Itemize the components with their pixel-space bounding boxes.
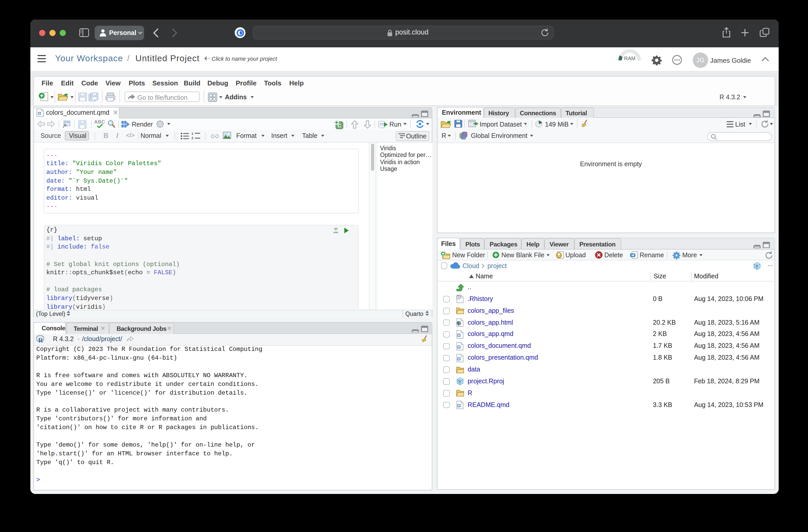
svg-text:R: R xyxy=(38,336,43,343)
svg-text:1: 1 xyxy=(191,132,193,135)
svg-text:2: 2 xyxy=(191,136,193,140)
